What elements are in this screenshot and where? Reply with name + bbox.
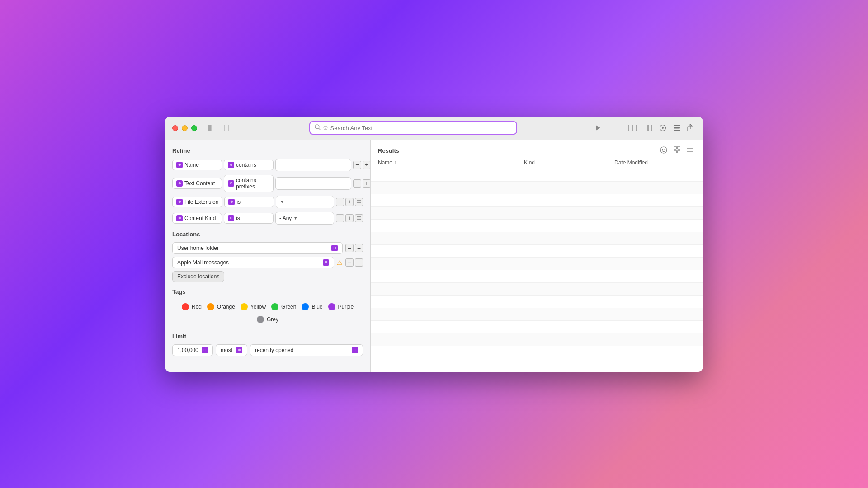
column-kind[interactable]: Kind [524, 160, 614, 166]
table-row[interactable] [371, 321, 703, 333]
tag-blue[interactable]: Blue [302, 303, 322, 310]
criteria-remove-text-button[interactable]: − [353, 179, 361, 188]
maximize-button[interactable] [191, 125, 197, 131]
location-item-home[interactable]: User home folder ⊕ [172, 242, 343, 254]
table-row[interactable] [371, 169, 703, 182]
tags-section-title: Tags [172, 288, 363, 295]
table-row[interactable] [371, 245, 703, 258]
table-row[interactable] [371, 232, 703, 245]
share-button[interactable] [685, 123, 696, 133]
criteria-list-ext-button[interactable] [355, 198, 363, 206]
table-row[interactable] [371, 220, 703, 232]
criteria-value-text[interactable] [275, 177, 351, 190]
exclude-locations-button[interactable]: Exclude locations [172, 271, 224, 282]
svg-line-5 [319, 128, 320, 130]
criteria-add-button-name[interactable]: + [363, 161, 371, 169]
tag-purple[interactable]: Purple [328, 303, 354, 310]
criteria-add-ext-button[interactable]: + [345, 198, 354, 206]
close-button[interactable] [172, 125, 178, 131]
table-row[interactable] [371, 194, 703, 207]
location-remove-mail-button[interactable]: − [345, 258, 354, 267]
main-content: Refine ⊕ Name ⊕ contains − + [165, 140, 703, 372]
search-bar[interactable]: v [309, 121, 517, 135]
tag-view-button[interactable] [657, 123, 669, 133]
limit-count-badge: ⊕ [202, 347, 208, 353]
svg-rect-17 [674, 127, 680, 129]
layout-icon-1-button[interactable] [611, 123, 623, 132]
criteria-row-text: ⊕ Text Content ⊕ contains prefixes − + [172, 175, 363, 192]
criteria-field-label: Name [184, 162, 199, 168]
criteria-remove-kind-button[interactable]: − [336, 214, 344, 222]
table-row[interactable] [371, 270, 703, 283]
search-input[interactable] [330, 125, 512, 131]
location-add-mail-button[interactable]: + [355, 258, 363, 267]
dropdown-view-button[interactable] [671, 123, 682, 132]
criteria-op-ext[interactable]: ⊕ is [224, 197, 274, 207]
sidebar-toggle-button[interactable] [206, 124, 218, 132]
search-prefix-icon: v [323, 126, 328, 130]
table-row[interactable] [371, 258, 703, 270]
criteria-remove-ext-button[interactable]: − [336, 198, 344, 206]
location-remove-home-button[interactable]: − [345, 244, 354, 252]
svg-point-33 [660, 147, 667, 153]
tag-label-grey: Grey [267, 316, 278, 323]
results-grid-view-button[interactable] [671, 145, 683, 156]
criteria-controls-text: − + [353, 179, 371, 188]
column-date[interactable]: Date Modified [614, 160, 696, 166]
tag-red[interactable]: Red [182, 303, 202, 310]
location-item-mail[interactable]: Apple Mail messages ⊕ [172, 257, 334, 268]
criteria-op-badge-kind: ⊕ [228, 215, 234, 221]
criteria-field-name[interactable]: ⊕ Name [172, 160, 222, 170]
table-row[interactable] [371, 333, 703, 346]
location-home-label: User home folder [177, 245, 219, 251]
criteria-field-text[interactable]: ⊕ Text Content [172, 178, 222, 189]
criteria-field-kind-label: Content Kind [184, 215, 216, 221]
criteria-field-ext[interactable]: ⊕ File Extension [172, 197, 222, 207]
criteria-op-label: contains [236, 162, 256, 168]
criteria-op-kind[interactable]: ⊕ is [224, 213, 274, 224]
minimize-button[interactable] [182, 125, 188, 131]
left-panel: Refine ⊕ Name ⊕ contains − + [165, 140, 371, 372]
criteria-op-name[interactable]: ⊕ contains [224, 160, 274, 170]
criteria-field-ext-label: File Extension [184, 199, 218, 205]
table-row[interactable] [371, 296, 703, 308]
criteria-value-kind-dropdown[interactable]: - Any ▼ [275, 212, 334, 225]
tag-yellow[interactable]: Yellow [241, 303, 266, 310]
criteria-remove-button-name[interactable]: − [353, 161, 361, 169]
table-row[interactable] [371, 283, 703, 296]
criteria-op-badge-text: ⊕ [228, 180, 234, 187]
limit-sort-control[interactable]: most ⊕ [216, 344, 247, 356]
criteria-value-ext-dropdown[interactable]: ▼ [276, 196, 334, 208]
run-search-button[interactable] [592, 122, 604, 134]
layout-icon-3-button[interactable] [642, 123, 654, 132]
location-add-home-button[interactable]: + [355, 244, 363, 252]
tag-grey[interactable]: Grey [257, 316, 278, 323]
criteria-field-kind[interactable]: ⊕ Content Kind [172, 213, 222, 224]
tag-green[interactable]: Green [271, 303, 296, 310]
criteria-list-kind-button[interactable] [355, 214, 363, 222]
traffic-lights [172, 125, 197, 131]
table-row[interactable] [371, 308, 703, 321]
svg-marker-8 [596, 125, 600, 131]
svg-rect-13 [648, 125, 652, 131]
criteria-add-kind-button[interactable]: + [345, 214, 354, 222]
table-row[interactable] [371, 207, 703, 220]
results-list-view-button[interactable] [684, 145, 696, 156]
tag-dot-purple [328, 303, 335, 310]
layout-icon-2-button[interactable] [626, 123, 639, 132]
criteria-add-text-button[interactable]: + [363, 179, 371, 188]
limit-sort-badge: ⊕ [236, 347, 242, 353]
table-row[interactable] [371, 182, 703, 194]
location-badge-home: ⊕ [331, 245, 338, 251]
limit-type-control[interactable]: recently opened ⊕ [250, 344, 363, 356]
tag-orange[interactable]: Orange [207, 303, 235, 310]
criteria-op-text[interactable]: ⊕ contains prefixes [224, 175, 274, 192]
split-view-button[interactable] [222, 124, 234, 132]
svg-rect-12 [644, 125, 647, 131]
criteria-value-name[interactable] [275, 159, 351, 171]
svg-rect-37 [678, 146, 680, 149]
results-emoji-view-button[interactable] [658, 145, 670, 156]
results-view-buttons [658, 145, 696, 156]
limit-count-control[interactable]: 1,00,000 ⊕ [172, 344, 213, 356]
column-name[interactable]: Name ↑ [378, 160, 524, 166]
